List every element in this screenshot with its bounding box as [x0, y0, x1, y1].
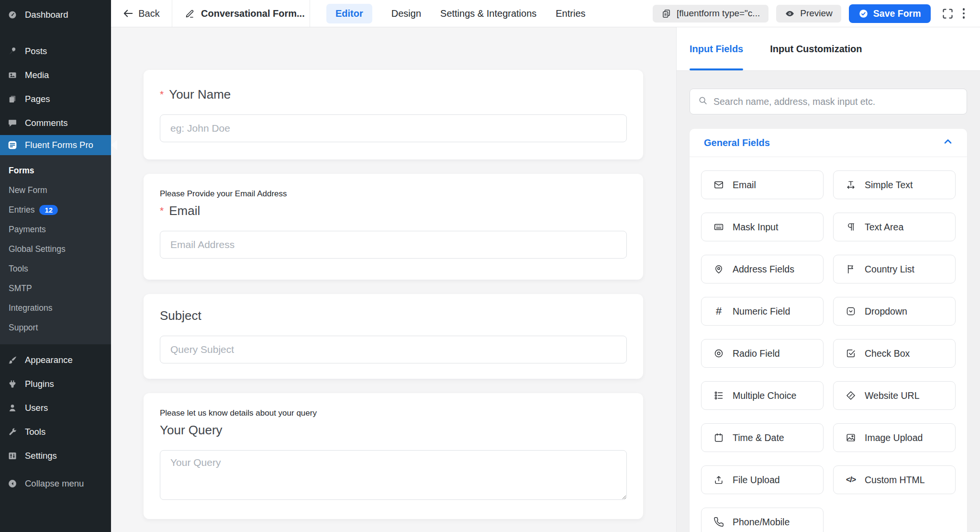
- pencil-icon: [185, 9, 195, 19]
- form-title-bar[interactable]: Conversational Form...: [172, 0, 310, 27]
- text-width-icon: [845, 179, 857, 191]
- wrench-icon: [7, 426, 18, 438]
- image-icon: [845, 432, 857, 443]
- sidebar-item-posts[interactable]: Posts: [0, 39, 111, 63]
- radio-button-icon: [713, 348, 724, 359]
- field-button-simple-text[interactable]: Simple Text: [833, 170, 956, 199]
- wp-admin-sidebar: Dashboard Posts Media Pages Comments Flu…: [0, 0, 111, 532]
- required-asterisk: *: [160, 205, 164, 216]
- tab-settings-integrations[interactable]: Settings & Integrations: [440, 8, 536, 19]
- preview-button[interactable]: Preview: [776, 5, 841, 23]
- person-icon: [7, 402, 18, 414]
- sidebar-item-fluent-forms-pro[interactable]: Fluent Forms Pro: [0, 135, 111, 155]
- hash-icon: #: [713, 305, 724, 317]
- tab-input-customization[interactable]: Input Customization: [770, 27, 862, 70]
- general-fields-title: General Fields: [704, 137, 770, 148]
- field-description: Please let us know details about your qu…: [160, 408, 627, 418]
- field-button-multiple-choice[interactable]: Multiple Choice: [701, 381, 824, 410]
- sidebar-item-plugins[interactable]: Plugins: [0, 372, 111, 396]
- submenu-item-entries[interactable]: Entries12: [0, 200, 111, 220]
- submenu-item-support[interactable]: Support: [0, 318, 111, 338]
- field-label: Subject: [160, 308, 627, 323]
- submenu-item-smtp[interactable]: SMTP: [0, 279, 111, 298]
- field-button-custom-html[interactable]: </> Custom HTML: [833, 465, 956, 494]
- sidebar-item-tools[interactable]: Tools: [0, 420, 111, 444]
- back-button[interactable]: Back: [111, 0, 172, 27]
- field-button-radio-field[interactable]: Radio Field: [701, 339, 824, 368]
- panel-tabs: Input Fields Input Customization: [677, 27, 980, 71]
- subject-input[interactable]: [160, 336, 627, 363]
- sidebar-item-users[interactable]: Users: [0, 396, 111, 420]
- field-button-address-fields[interactable]: Address Fields: [701, 255, 824, 283]
- field-button-numeric-field[interactable]: # Numeric Field: [701, 297, 824, 326]
- fullscreen-icon[interactable]: [941, 7, 954, 20]
- form-editor-canvas: * Your Name Please Provide your Email Ad…: [111, 27, 676, 532]
- submenu-item-forms[interactable]: Forms: [0, 161, 111, 181]
- field-button-image-upload[interactable]: Image Upload: [833, 423, 956, 452]
- tab-input-fields[interactable]: Input Fields: [690, 27, 743, 70]
- tab-design[interactable]: Design: [391, 8, 421, 19]
- shortcode-copy-button[interactable]: [fluentform type="c...: [653, 5, 768, 23]
- your-name-input[interactable]: [160, 114, 627, 142]
- field-button-mask-input[interactable]: Mask Input: [701, 213, 824, 241]
- field-search-box: [690, 89, 967, 114]
- sidebar-item-dashboard[interactable]: Dashboard: [0, 3, 111, 27]
- sidebar-item-comments[interactable]: Comments: [0, 111, 111, 135]
- general-fields-header[interactable]: General Fields: [690, 129, 967, 157]
- upload-arrow-icon: [713, 474, 724, 486]
- phone-icon: [713, 516, 724, 528]
- submenu-item-global-settings[interactable]: Global Settings: [0, 239, 111, 259]
- submenu-item-new-form[interactable]: New Form: [0, 181, 111, 200]
- field-button-country-list[interactable]: Country List: [833, 255, 956, 283]
- eye-icon: [785, 9, 795, 19]
- field-button-dropdown[interactable]: Dropdown: [833, 297, 956, 326]
- paintbrush-icon: [7, 354, 18, 366]
- field-button-time-date[interactable]: Time & Date: [701, 423, 824, 452]
- field-button-email[interactable]: Email: [701, 170, 824, 199]
- field-button-phone-mobile[interactable]: Phone/Mobile: [701, 508, 824, 532]
- tab-editor[interactable]: Editor: [326, 4, 372, 23]
- tab-entries[interactable]: Entries: [556, 8, 585, 19]
- form-editor-toolbar: Back Conversational Form... Editor Desig…: [111, 0, 980, 27]
- form-field-card-subject[interactable]: Subject: [144, 294, 643, 379]
- check-circle-icon: [858, 9, 869, 19]
- sidebar-item-settings[interactable]: Settings: [0, 444, 111, 468]
- form-field-card-your-query[interactable]: Please let us know details about your qu…: [144, 393, 643, 519]
- field-button-file-upload[interactable]: File Upload: [701, 465, 824, 494]
- search-icon: [698, 95, 708, 108]
- submenu-item-payments[interactable]: Payments: [0, 220, 111, 239]
- save-form-button[interactable]: Save Form: [849, 4, 931, 23]
- plug-icon: [7, 378, 18, 390]
- field-buttons-grid: Email Simple Text Mask Input Text Area: [690, 157, 967, 532]
- submenu-item-tools[interactable]: Tools: [0, 259, 111, 279]
- back-label: Back: [138, 8, 159, 19]
- field-button-check-box[interactable]: Check Box: [833, 339, 956, 368]
- sidebar-item-label: Appearance: [25, 355, 73, 365]
- copy-icon: [661, 9, 671, 19]
- sidebar-separator: [0, 27, 111, 39]
- collapse-menu-button[interactable]: Collapse menu: [0, 472, 111, 496]
- required-asterisk: *: [160, 89, 164, 100]
- save-form-label: Save Form: [873, 8, 921, 19]
- link-diamond-icon: [845, 390, 857, 401]
- general-fields-card: General Fields Email Simple Text Mask I: [690, 129, 967, 532]
- email-input[interactable]: [160, 231, 627, 259]
- back-arrow-icon: [123, 8, 134, 19]
- field-button-text-area[interactable]: Text Area: [833, 213, 956, 241]
- field-picker-panel: Input Fields Input Customization General…: [676, 27, 980, 532]
- pages-icon: [7, 93, 18, 105]
- your-query-textarea[interactable]: [160, 450, 627, 500]
- form-field-card-email[interactable]: Please Provide your Email Address * Emai…: [144, 174, 643, 280]
- sidebar-item-pages[interactable]: Pages: [0, 87, 111, 111]
- submenu-item-integrations[interactable]: Integrations: [0, 298, 111, 318]
- field-button-website-url[interactable]: Website URL: [833, 381, 956, 410]
- sidebar-item-label: Fluent Forms Pro: [25, 140, 93, 150]
- form-field-card-your-name[interactable]: * Your Name: [144, 70, 643, 159]
- field-label: * Your Name: [160, 87, 627, 102]
- search-input[interactable]: [713, 96, 959, 107]
- sidebar-item-media[interactable]: Media: [0, 63, 111, 87]
- more-options-menu-icon[interactable]: [962, 6, 966, 21]
- speech-bubble-icon: [7, 117, 18, 129]
- sidebar-item-appearance[interactable]: Appearance: [0, 348, 111, 372]
- field-label: * Email: [160, 204, 627, 218]
